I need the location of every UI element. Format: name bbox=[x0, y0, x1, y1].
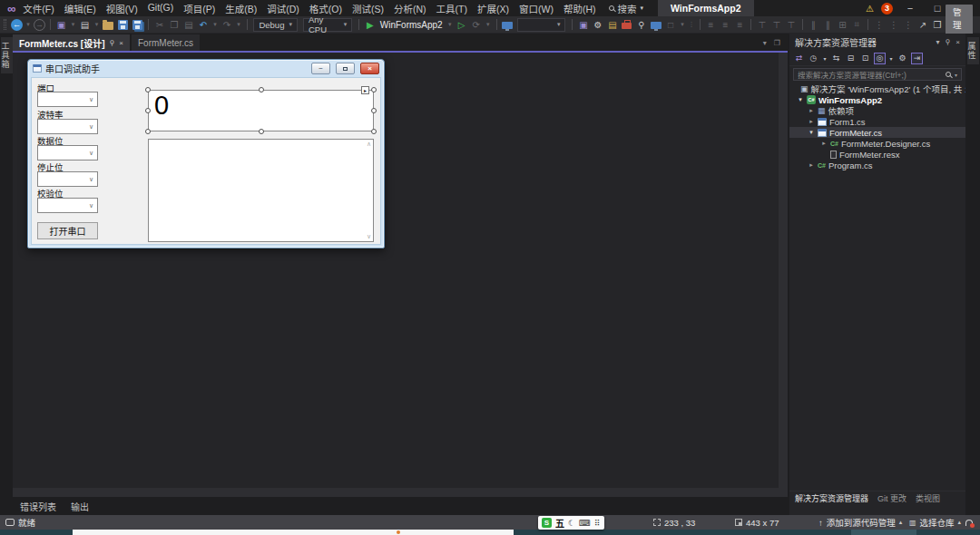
maximize-button[interactable]: □ bbox=[927, 3, 947, 14]
spacing-buttons[interactable]: ⋮ bbox=[902, 17, 915, 32]
make-same-height-button[interactable]: ∥ bbox=[821, 17, 834, 32]
float-window-icon[interactable]: ❐ bbox=[931, 17, 944, 32]
moon-icon[interactable]: ☾ bbox=[568, 519, 575, 528]
undo-dropdown[interactable]: ▾ bbox=[211, 17, 219, 32]
align-tops-button[interactable]: ⊤ bbox=[756, 17, 769, 32]
tree-item-form1[interactable]: ▸ Form1.cs bbox=[789, 116, 965, 127]
tab-formmeter-design[interactable]: FormMeter.cs [设计] ⚲ × bbox=[13, 34, 130, 51]
resize-handle[interactable] bbox=[259, 129, 264, 134]
preview-selected-items-toggle[interactable]: ⇥ bbox=[911, 53, 923, 64]
properties-icon[interactable]: ⚙ bbox=[897, 53, 908, 64]
collapse-all-icon[interactable]: ⊟ bbox=[845, 53, 857, 64]
add-source-control-button[interactable]: ↑ 添加到源代码管理 ▴ bbox=[818, 515, 902, 530]
redo-dropdown[interactable]: ▾ bbox=[235, 17, 242, 32]
navigate-back-dropdown[interactable]: ▾ bbox=[24, 17, 32, 32]
spacing-buttons[interactable]: ⋮ bbox=[873, 17, 886, 32]
cut-button[interactable]: ✂ bbox=[153, 17, 166, 32]
menu-test[interactable]: 测试(S) bbox=[352, 2, 384, 15]
pin-icon[interactable]: ⚲ bbox=[945, 38, 950, 46]
parity-combobox[interactable]: ∨ bbox=[37, 198, 98, 213]
menu-window[interactable]: 窗口(W) bbox=[519, 2, 554, 15]
new-file-dropdown[interactable]: ▾ bbox=[93, 17, 100, 32]
editor-vertical-scrollbar[interactable] bbox=[779, 53, 788, 497]
redo-button[interactable]: ↷ bbox=[220, 17, 233, 32]
menu-build[interactable]: 生成(B) bbox=[225, 2, 257, 15]
tree-item-project[interactable]: ▾ C# WinFormsApp2 bbox=[789, 94, 965, 105]
minimize-button[interactable]: − bbox=[900, 3, 920, 14]
databits-combobox[interactable]: ∨ bbox=[37, 145, 98, 160]
configuration-dropdown[interactable]: Debug ▾ bbox=[253, 18, 298, 32]
resize-handle[interactable] bbox=[371, 108, 377, 113]
save-all-button[interactable] bbox=[131, 17, 143, 32]
menu-file[interactable]: 文件(F) bbox=[23, 2, 54, 15]
tab-list-dropdown-icon[interactable]: ▾ bbox=[763, 39, 767, 47]
menu-format[interactable]: 格式(O) bbox=[309, 2, 342, 15]
scroll-up-icon[interactable]: ∧ bbox=[367, 141, 371, 148]
spacing-buttons[interactable]: ⋮ bbox=[887, 17, 900, 32]
menu-help[interactable]: 帮助(H) bbox=[564, 2, 596, 15]
collapse-arrow-icon[interactable]: ▸ bbox=[820, 140, 828, 147]
toolbar-grip[interactable] bbox=[4, 19, 6, 30]
collapse-arrow-icon[interactable]: ▸ bbox=[808, 161, 815, 169]
tab-error-list[interactable]: 错误列表 bbox=[20, 500, 56, 513]
open-folder-icon[interactable] bbox=[102, 17, 114, 32]
start-without-debug-button[interactable]: ▷ bbox=[456, 17, 468, 32]
float-tab-icon[interactable]: ❐ bbox=[774, 39, 780, 47]
new-window-button[interactable]: □ bbox=[664, 17, 677, 32]
filter-dropdown-icon[interactable]: ▾ bbox=[822, 53, 828, 64]
feedback-status-item[interactable]: 就绪 bbox=[5, 515, 35, 530]
sync-with-active-document-icon[interactable]: ⇆ bbox=[830, 53, 842, 64]
new-project-dropdown[interactable]: ▾ bbox=[69, 17, 76, 32]
show-all-files-icon[interactable]: ⊡ bbox=[859, 53, 871, 64]
notification-bell-button[interactable] bbox=[965, 515, 973, 530]
form-client-area[interactable]: 端口 ∨ 波特率 ∨ 数据位 ∨ 停止位 ∨ 校验位 ∨ 打开串口 0 bbox=[31, 77, 381, 245]
expand-arrow-icon[interactable]: ▾ bbox=[808, 129, 815, 136]
stopbits-combobox[interactable]: ∨ bbox=[37, 171, 98, 187]
menu-debug[interactable]: 调试(D) bbox=[267, 2, 299, 15]
form-maximize-button[interactable] bbox=[336, 63, 355, 74]
tab-formmeter-code[interactable]: FormMeter.cs bbox=[132, 34, 200, 51]
align-lefts-button[interactable]: ≡ bbox=[704, 17, 717, 32]
tab-solution-explorer[interactable]: 解决方案资源管理器 bbox=[795, 492, 868, 504]
tree-item-formmeter-resx[interactable]: FormMeter.resx bbox=[789, 149, 965, 160]
editor-horizontal-scrollbar[interactable] bbox=[13, 488, 779, 497]
platform-dropdown[interactable]: Any CPU ▾ bbox=[303, 18, 352, 32]
ime-menu-icon[interactable]: ⠿ bbox=[594, 519, 601, 528]
navigate-back-button[interactable]: ← bbox=[11, 19, 23, 31]
align-centers-button[interactable]: ≡ bbox=[719, 17, 731, 32]
baudrate-combobox[interactable]: ∨ bbox=[37, 119, 98, 134]
send-feedback-icon[interactable]: ↗ bbox=[916, 17, 929, 32]
menu-tools[interactable]: 工具(T) bbox=[436, 2, 467, 15]
resize-handle[interactable] bbox=[259, 87, 264, 92]
resize-handle[interactable] bbox=[145, 129, 151, 134]
menu-edit[interactable]: 编辑(E) bbox=[64, 2, 96, 15]
switch-views-icon[interactable]: ⇄ bbox=[793, 53, 805, 64]
keyboard-icon[interactable]: ⌨ bbox=[579, 519, 591, 528]
notification-badge[interactable]: 3 bbox=[881, 3, 893, 15]
new-file-button[interactable]: ▤ bbox=[78, 17, 91, 32]
close-icon[interactable]: × bbox=[119, 39, 123, 47]
browser-icon[interactable] bbox=[501, 17, 514, 32]
chevron-down-icon[interactable]: ▾ bbox=[888, 53, 894, 64]
feedback-button[interactable]: ▤ bbox=[606, 17, 619, 32]
display-textbox-selected[interactable]: 0 ▸ bbox=[148, 90, 374, 131]
tree-item-program[interactable]: ▸ C# Program.cs bbox=[789, 160, 965, 170]
resize-handle[interactable] bbox=[145, 108, 151, 113]
tab-class-view[interactable]: 类视图 bbox=[916, 492, 940, 504]
navigate-forward-button[interactable]: → bbox=[34, 19, 45, 31]
properties-vertical-tab[interactable]: 属性 bbox=[967, 37, 979, 64]
paste-button[interactable]: ▤ bbox=[182, 17, 195, 32]
resize-handle[interactable] bbox=[371, 87, 377, 92]
start-debug-button[interactable]: ▶ bbox=[364, 17, 377, 32]
ime-toolbar[interactable]: S 五 ☾ ⌨ ⠿ bbox=[538, 516, 604, 530]
pending-changes-filter-icon[interactable]: ◷ bbox=[808, 53, 819, 64]
device-monitor-button[interactable] bbox=[650, 17, 662, 32]
menu-project[interactable]: 项目(P) bbox=[183, 2, 215, 15]
align-bottoms-button[interactable]: ⊤ bbox=[785, 17, 798, 32]
solution-name-chip[interactable]: WinFormsApp2 bbox=[658, 0, 754, 16]
tree-item-dependencies[interactable]: ▸ ▦ 依赖项 bbox=[789, 105, 965, 116]
startup-project-label[interactable]: WinFormsApp2 bbox=[380, 20, 443, 30]
size-to-grid-button[interactable]: ⌗ bbox=[850, 17, 863, 32]
toolbox-button[interactable] bbox=[621, 17, 633, 32]
form-minimize-button[interactable]: − bbox=[311, 63, 330, 74]
